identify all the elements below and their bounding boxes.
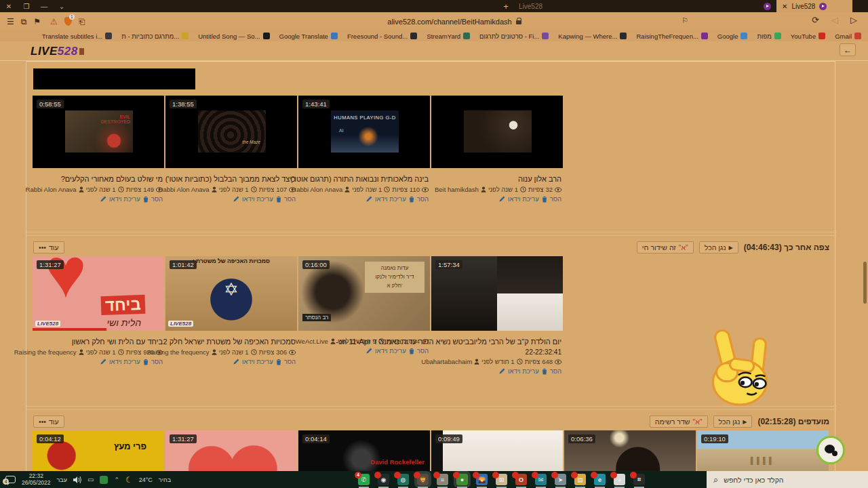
edit-pencil-icon[interactable] <box>233 196 239 202</box>
video-thumbnail[interactable]: 0:09:49 <box>431 430 563 471</box>
video-card[interactable]: 0:58:55 EVIL DESTROYED מי שולט בעולם מאח… <box>33 96 164 204</box>
weather-label[interactable]: בהיר <box>159 476 171 483</box>
video-thumbnail[interactable]: 1:31:27 ♥ ביחד הלית ושי LIVE528 <box>33 256 164 331</box>
play-all-button[interactable]: ▶ נגן הכל <box>713 415 753 428</box>
video-card[interactable]: הרב אלון ענוה 32 צפיות 1 שנה לפני Beit h… <box>431 96 563 204</box>
trash-icon[interactable] <box>276 359 281 365</box>
tray-app-icon[interactable] <box>100 476 108 484</box>
bookmark-item[interactable]: מפות <box>757 33 781 40</box>
video-title[interactable]: כיצד לצאת ממבוך הבלבול (כתוביות אוטו') <box>167 175 296 183</box>
video-card[interactable]: 0:19:10 ▌▌▌▌ <box>697 430 829 471</box>
video-title[interactable]: סמכויות האכיפה של משטרת ישראל חלק 2 <box>167 338 296 346</box>
more-button[interactable]: עוד ••• <box>33 415 64 428</box>
remove-link[interactable]: הסר <box>417 347 429 354</box>
night-mode-moon-icon[interactable]: ☾ <box>125 475 133 485</box>
taskbar-app-icon[interactable]: ≡ <box>437 474 448 485</box>
edit-pencil-icon[interactable] <box>100 196 106 202</box>
taskbar-app-icon[interactable]: ⌗ <box>633 474 645 485</box>
warning-triangle-icon[interactable]: ⚠ <box>50 17 58 26</box>
edit-pencil-icon[interactable] <box>366 196 372 202</box>
video-card[interactable]: 1:01:42 ✡ סמכויות האכיפה של משטרת י LIVE… <box>165 256 297 376</box>
bookmark-item[interactable]: Gmail <box>835 33 861 40</box>
edit-video-link[interactable]: עריכת וידאו <box>508 195 539 203</box>
video-card[interactable]: 1:31:27 ♥ ביחד הלית ושי LIVE528 ביחד עם … <box>33 256 164 376</box>
trash-icon[interactable] <box>542 368 547 375</box>
page-scrollbar[interactable] <box>863 41 867 471</box>
video-card[interactable]: 1:57:34 יום הולדת ק"ב של הרבי מליובביטש … <box>431 256 563 376</box>
bookmark-item[interactable]: Kapwing — Where... <box>558 33 627 40</box>
edit-pencil-icon[interactable] <box>499 368 505 374</box>
video-thumbnail[interactable]: 0:58:55 EVIL DESTROYED <box>33 96 164 168</box>
channel-name[interactable]: Beit hamikdash <box>435 186 479 193</box>
taskbar-app-icon[interactable]: e <box>594 474 606 485</box>
chat-bubble-button[interactable] <box>816 436 845 464</box>
video-card[interactable]: 0:06:36 <box>564 430 696 471</box>
edit-video-link[interactable]: עריכת וידאו <box>109 195 140 203</box>
live-broadcast-chip[interactable]: "א" זה שידור חי <box>637 241 694 253</box>
taskbar-app-icon[interactable]: ◕ <box>614 474 625 485</box>
edit-video-link[interactable]: עריכת וידאו <box>109 358 140 365</box>
channel-name[interactable]: Rabbi Alon Anava <box>292 186 342 193</box>
taskbar-app-icon[interactable]: 🌄 <box>476 474 488 485</box>
bookmark-item[interactable]: YouTube <box>791 33 825 40</box>
bookmark-item[interactable]: StreamYard <box>427 33 470 40</box>
channel-name[interactable]: Raising the frequency <box>14 348 77 356</box>
more-button[interactable]: עוד ••• <box>33 241 64 253</box>
trash-icon[interactable] <box>409 348 414 354</box>
volume-icon[interactable] <box>73 476 81 483</box>
video-thumbnail[interactable]: 0:04:12 פרי מעץ <box>33 430 164 471</box>
import-icon[interactable]: ⎗ <box>79 17 85 26</box>
browser-tab-inactive[interactable]: Live528 <box>513 0 776 12</box>
bookmark-item[interactable]: סרטונים לתרגום - Fi... <box>479 33 549 40</box>
bookmark-item[interactable]: מתרגם כתוביות - ת... <box>121 33 189 40</box>
trash-icon[interactable] <box>409 196 414 203</box>
video-thumbnail[interactable]: 1:38:55 the Maze <box>165 96 297 168</box>
video-thumbnail[interactable]: 0:19:10 ▌▌▌▌ <box>697 430 829 471</box>
remove-link[interactable]: הסר <box>550 367 561 375</box>
video-thumbnail[interactable]: 1:43:41 HUMANS PLAYING G-D AI <box>298 96 430 168</box>
edit-video-link[interactable]: עריכת וידאו <box>242 358 273 365</box>
remove-link[interactable]: הסר <box>284 195 296 203</box>
edit-pencil-icon[interactable] <box>499 196 505 202</box>
broadcast-list-chip[interactable]: "א" שדר רשימה <box>650 415 708 428</box>
video-thumbnail[interactable]: 1:31:27 <box>165 430 297 471</box>
pin-extension-icon[interactable]: ⚑ <box>33 17 41 26</box>
video-title[interactable]: בינה מלאכותית ונבואות התורה (תרגום אוטו'… <box>300 175 429 183</box>
taskbar-app-icon[interactable]: O <box>515 474 527 485</box>
trash-icon[interactable] <box>143 196 149 203</box>
window-menu-chevron[interactable]: ⌄ <box>53 3 71 10</box>
trash-icon[interactable] <box>542 196 547 203</box>
display-icon[interactable]: ▭ <box>87 476 94 483</box>
video-card[interactable]: 0:04:12 פרי מעץ <box>33 430 164 471</box>
channel-name[interactable]: WeAct.Live <box>296 338 328 345</box>
taskbar-app-icon[interactable]: ◍ <box>397 474 409 485</box>
video-thumbnail[interactable]: 0:04:14 David Rockefeller <box>298 430 430 471</box>
video-thumbnail[interactable]: 0:06:36 <box>564 430 696 471</box>
taskbar-clock[interactable]: 22:32 26/05/2022 <box>22 473 51 487</box>
edit-pencil-icon[interactable] <box>100 359 106 365</box>
collapse-back-button[interactable]: ← <box>840 43 856 56</box>
edit-video-link[interactable]: עריכת וידאו <box>242 195 273 203</box>
bookmark-item[interactable]: Google Translate <box>279 33 338 40</box>
edit-video-link[interactable]: עריכת וידאו <box>508 367 539 375</box>
edit-video-link[interactable]: עריכת וידאו <box>375 347 406 354</box>
tab-close-icon[interactable]: ✕ <box>782 3 787 10</box>
sidebar-icon[interactable]: ⧉ <box>21 17 27 26</box>
show-hidden-icons-chevron[interactable]: ⌃ <box>114 476 119 483</box>
bookmark-item[interactable]: Google <box>717 33 748 40</box>
remove-link[interactable]: הסר <box>284 358 296 365</box>
edit-pencil-icon[interactable] <box>366 348 372 354</box>
notification-center-icon[interactable]: 4 <box>5 476 16 483</box>
channel-name[interactable]: Raising the frequency <box>147 348 210 356</box>
taskbar-app-icon[interactable]: ▤ <box>574 474 586 485</box>
window-close-button[interactable]: ✕ <box>0 3 18 10</box>
window-minimize-button[interactable]: — <box>35 3 53 10</box>
play-all-button[interactable]: ▶ נגן הכל <box>699 241 738 253</box>
remove-link[interactable]: הסר <box>151 195 163 203</box>
bookmark-item[interactable]: Untitled Song — So... <box>198 33 269 40</box>
video-card[interactable]: 0:04:14 David Rockefeller <box>298 430 430 471</box>
remove-link[interactable]: הסר <box>151 358 163 365</box>
forward-icon[interactable]: ◁ <box>831 15 838 25</box>
video-title[interactable]: מי שולט בעולם מאחורי הקלעים? <box>34 175 163 183</box>
bookmark-item[interactable]: RaisingTheFrequen... <box>636 33 707 40</box>
